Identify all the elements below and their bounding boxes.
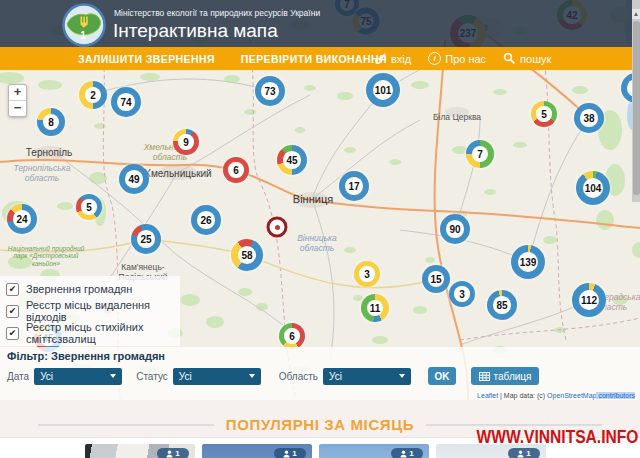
ok-button[interactable]: OK xyxy=(428,367,456,385)
cluster-count: 101 xyxy=(375,85,392,96)
layer-waste-removal-registry[interactable]: ✔ Реєстр місць видалення відходів xyxy=(6,300,180,322)
map-cluster-marker[interactable]: 8 xyxy=(37,108,65,136)
popular-card[interactable]: 1 xyxy=(85,444,195,458)
nav-login-label: вхід xyxy=(391,53,411,65)
oblast-select-value: Усі xyxy=(329,371,342,382)
cluster-count: 3 xyxy=(459,289,465,300)
popular-card[interactable]: 1 xyxy=(319,444,429,458)
layer-illegal-dumps-registry[interactable]: ✔ Реєстр місць стихійних сміттєзвалищ xyxy=(6,322,180,344)
navbar: ЗАЛИШИТИ ЗВЕРНЕННЯ ПЕРЕВІРИТИ ВИКОНАННЯ … xyxy=(0,47,640,70)
nav-about[interactable]: i Про нас xyxy=(428,52,486,65)
views-count: 1 xyxy=(292,449,296,458)
map-cluster-marker[interactable]: 74 xyxy=(111,87,141,117)
nav-login[interactable]: вхід xyxy=(374,52,411,65)
cluster-count: 15 xyxy=(430,274,441,285)
ministry-name: Міністерство екології та природних ресур… xyxy=(114,8,320,18)
cluster-count: 26 xyxy=(200,215,211,226)
cluster-count: 58 xyxy=(241,250,252,261)
person-icon xyxy=(166,450,173,458)
nav-about-label: Про нас xyxy=(445,53,486,65)
status-label: Статус xyxy=(136,371,168,382)
ministry-logo-icon: 1 xyxy=(62,3,106,47)
chevron-down-icon xyxy=(249,374,255,378)
map-cluster-marker[interactable]: 45 xyxy=(277,145,307,175)
scrollbar[interactable] xyxy=(632,0,640,202)
oblast-select[interactable]: Усі xyxy=(323,368,411,385)
map-cluster-marker[interactable]: 6 xyxy=(279,323,305,349)
map-cluster-marker[interactable]: 26 xyxy=(191,205,221,235)
chevron-down-icon xyxy=(399,374,405,378)
map-cluster-marker[interactable]: 9 xyxy=(173,129,199,155)
nav-leave-appeal[interactable]: ЗАЛИШИТИ ЗВЕРНЕННЯ xyxy=(78,53,215,65)
scroll-up-arrow[interactable] xyxy=(632,9,640,19)
table-icon xyxy=(479,372,490,381)
map-cluster-marker[interactable]: 104 xyxy=(576,171,610,205)
layer-citizen-appeals[interactable]: ✔ Звернення громадян xyxy=(6,278,180,300)
cluster-count: 25 xyxy=(140,234,151,245)
map-cluster-marker[interactable]: 2 xyxy=(79,81,107,109)
checkbox[interactable]: ✔ xyxy=(6,327,19,340)
leaflet-link[interactable]: Leaflet xyxy=(477,392,498,399)
views-badge: 1 xyxy=(274,448,306,458)
date-select[interactable]: Усі xyxy=(34,368,122,385)
map-cluster-marker[interactable]: 58 xyxy=(231,239,263,271)
map-cluster-marker[interactable]: 5 xyxy=(531,101,557,127)
cluster-count: 2 xyxy=(90,90,96,101)
layer-label: Реєстр місць видалення відходів xyxy=(26,299,180,323)
map-cluster-marker[interactable]: 3 xyxy=(354,261,380,287)
map-cluster-marker[interactable]: 90 xyxy=(440,214,470,244)
map-cluster-marker[interactable]: 24 xyxy=(7,204,37,234)
checkbox[interactable]: ✔ xyxy=(6,283,19,296)
cluster-count: 11 xyxy=(370,303,381,314)
cluster-count: 3 xyxy=(364,269,370,280)
popular-card[interactable]: 1 xyxy=(202,444,312,458)
cluster-count: 49 xyxy=(128,174,139,185)
map-cluster-marker[interactable]: 73 xyxy=(255,76,285,106)
map-cluster-marker[interactable]: 49 xyxy=(119,164,149,194)
person-icon xyxy=(400,450,407,458)
map-cluster-marker[interactable]: 38 xyxy=(574,103,604,133)
views-count: 1 xyxy=(526,449,530,458)
watermark: WWW.VINNITSA.INFO xyxy=(476,426,638,448)
status-select[interactable]: Усі xyxy=(173,368,261,385)
cluster-count: 73 xyxy=(264,86,275,97)
date-label: Дата xyxy=(7,371,29,382)
cluster-count: 5 xyxy=(541,109,547,120)
cluster-count: 6 xyxy=(233,165,239,176)
map-cluster-marker[interactable]: 139 xyxy=(511,245,545,279)
map-cluster-marker[interactable]: 6 xyxy=(223,157,249,183)
cluster-count: 38 xyxy=(583,113,594,124)
map-cluster-marker[interactable]: 85 xyxy=(487,290,517,320)
views-count: 1 xyxy=(409,449,413,458)
map-cluster-marker[interactable]: 11 xyxy=(361,294,389,322)
page-title: Інтерактивна мапа xyxy=(113,20,278,42)
map-cluster-marker[interactable]: 25 xyxy=(131,224,161,254)
map-cluster-marker[interactable]: 5 xyxy=(76,194,102,220)
zoom-in-button[interactable]: + xyxy=(9,85,26,101)
cluster-count: 24 xyxy=(16,214,27,225)
table-view-button[interactable]: таблиця xyxy=(471,367,539,385)
cluster-count: 112 xyxy=(581,295,597,306)
divider xyxy=(38,424,214,426)
nav-search[interactable]: пошук xyxy=(503,52,551,65)
map-zoom-control: + − xyxy=(8,84,27,117)
zoom-out-button[interactable]: − xyxy=(9,101,26,116)
page: КиївТернопільТернопільська областьХмельн… xyxy=(0,0,640,458)
map-cluster-marker[interactable]: 101 xyxy=(366,73,400,107)
map-cluster-marker[interactable]: 17 xyxy=(339,171,369,201)
views-badge: 1 xyxy=(391,448,423,458)
views-badge: 1 xyxy=(508,448,540,458)
info-icon: i xyxy=(428,52,441,65)
layers-panel: ✔ Звернення громадян ✔ Реєстр місць вида… xyxy=(0,276,180,346)
cluster-count: 45 xyxy=(286,155,297,166)
map-cluster-marker[interactable]: 7 xyxy=(466,140,494,168)
map-cluster-marker[interactable]: 3 xyxy=(449,281,475,307)
map-cluster-marker[interactable]: 112 xyxy=(572,283,606,317)
map-cluster-marker[interactable]: 15 xyxy=(422,265,450,293)
nav-check-execution[interactable]: ПЕРЕВІРИТИ ВИКОНАННЯ xyxy=(241,53,387,65)
checkbox[interactable]: ✔ xyxy=(6,305,19,318)
osm-link[interactable]: OpenStreetMap xyxy=(547,392,596,399)
table-button-label: таблиця xyxy=(494,371,532,382)
origin-point-marker[interactable] xyxy=(267,217,288,238)
scrollbar-thumb[interactable] xyxy=(633,21,640,195)
